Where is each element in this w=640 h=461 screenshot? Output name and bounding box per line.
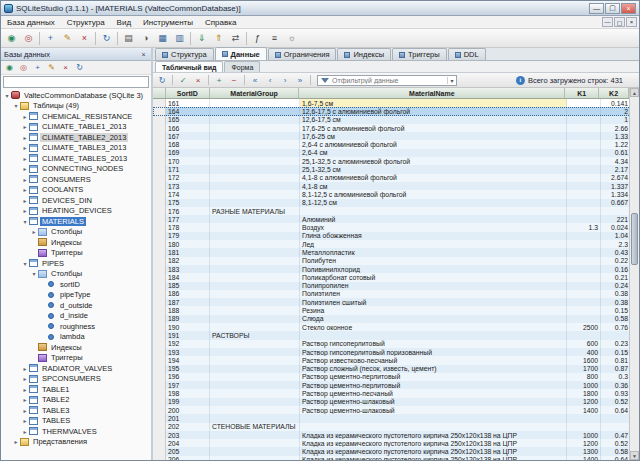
cell-k2[interactable]: 2.3 xyxy=(601,240,631,248)
cell-k1[interactable]: 1000 xyxy=(567,381,601,389)
cell-k1[interactable]: 1200 xyxy=(567,439,601,447)
cell-materialgroup[interactable] xyxy=(210,456,300,460)
cell-materialgroup[interactable] xyxy=(210,124,300,132)
tree-remove-database-button[interactable]: × xyxy=(59,62,72,74)
cell-sortid[interactable]: 178 xyxy=(166,223,210,231)
cell-sortid[interactable]: 205 xyxy=(166,447,210,455)
cell-sortid[interactable]: 196 xyxy=(166,373,210,381)
cell-sortid[interactable]: 169 xyxy=(166,149,210,157)
cell-k2[interactable] xyxy=(601,207,631,215)
tree-item-pipes-col-sortid[interactable]: sortID xyxy=(1,279,151,290)
row-handle-cell[interactable] xyxy=(153,207,166,215)
column-header-k1[interactable]: K1 xyxy=(565,88,599,98)
cell-materialname[interactable]: Глина обожженная xyxy=(300,232,567,240)
cell-materialname[interactable]: Слюда xyxy=(300,315,567,323)
row-handle-cell[interactable] xyxy=(153,406,166,414)
cell-materialgroup[interactable] xyxy=(210,406,300,414)
tree-expand-arrow[interactable]: ▸ xyxy=(21,134,29,141)
row-handle-cell[interactable] xyxy=(153,331,166,339)
cell-materialname[interactable]: Полиэтилен сшитый xyxy=(300,298,567,306)
tree-item-table-chemical-resistance[interactable]: ▸CHEMICAL_RESISTANCE xyxy=(1,111,151,122)
cell-materialname[interactable]: 8,1-12,5 с алюминиевой фольгой xyxy=(300,190,567,198)
tree-item-table-heating-devices[interactable]: ▸HEATING_DEVICES xyxy=(1,206,151,217)
tree-item-table-devices-din[interactable]: ▸DEVICES_DIN xyxy=(1,195,151,206)
cell-k2[interactable]: 0.87 xyxy=(601,365,631,373)
cell-materialgroup[interactable]: РАСТВОРЫ xyxy=(210,331,300,339)
mdi-close-button[interactable]: × xyxy=(626,17,637,27)
menu-help[interactable]: Справка xyxy=(199,16,242,28)
tree-filter-input[interactable] xyxy=(3,76,149,88)
cell-k2[interactable]: 0.15 xyxy=(601,348,631,356)
cell-sortid[interactable]: 173 xyxy=(166,182,210,190)
vertical-scrollbar[interactable]: ▲ ▼ xyxy=(629,88,639,460)
close-button[interactable]: × xyxy=(621,3,636,14)
row-handle-cell[interactable] xyxy=(153,199,166,207)
row-handle-cell[interactable] xyxy=(153,423,166,431)
tree-expand-arrow[interactable]: ▸ xyxy=(21,165,29,172)
cell-k2[interactable]: 1.337 xyxy=(601,182,631,190)
panel-close-icon[interactable]: × xyxy=(139,51,148,58)
row-handle-cell[interactable] xyxy=(153,373,166,381)
first-page-button[interactable]: « xyxy=(248,74,262,86)
tree-expand-arrow[interactable]: ▸ xyxy=(21,407,29,414)
cell-sortid[interactable]: 201 xyxy=(166,414,210,422)
open-sql-editor-button[interactable]: ▤ xyxy=(120,31,137,46)
cell-k1[interactable]: 1400 xyxy=(567,456,601,460)
cell-k2[interactable]: 0.93 xyxy=(601,389,631,397)
cell-sortid[interactable]: 164 xyxy=(166,107,210,115)
cell-materialname[interactable]: Раствор гипсоперлитовый xyxy=(300,340,567,348)
cell-k2[interactable]: 0.43 xyxy=(601,248,631,256)
menu-database[interactable]: База данных xyxy=(1,16,61,28)
row-handle-cell[interactable] xyxy=(153,315,166,323)
row-handle-cell[interactable] xyxy=(153,298,166,306)
cell-materialname[interactable] xyxy=(300,331,567,339)
cell-k1[interactable] xyxy=(567,423,601,431)
cell-materialname[interactable]: 25,1-32,5 см xyxy=(300,165,567,173)
menu-view[interactable]: Вид xyxy=(111,16,137,28)
cell-k2[interactable]: 0.141 xyxy=(601,99,631,107)
column-header-k2[interactable]: K2 xyxy=(599,88,629,98)
cell-materialgroup[interactable] xyxy=(210,323,300,331)
tree-add-database-button[interactable]: + xyxy=(31,62,44,74)
cell-sortid[interactable]: 191 xyxy=(166,331,210,339)
cell-k2[interactable]: 221 xyxy=(601,215,631,223)
commit-changes-button[interactable]: ✓ xyxy=(176,74,190,86)
cell-materialgroup[interactable] xyxy=(210,306,300,314)
cell-materialgroup[interactable] xyxy=(210,157,300,165)
cell-materialname[interactable]: Кладка из керамического пустотелого кирп… xyxy=(300,439,567,447)
cell-sortid[interactable]: 182 xyxy=(166,257,210,265)
cell-materialgroup[interactable] xyxy=(210,381,300,389)
cell-materialgroup[interactable] xyxy=(210,431,300,439)
cell-sortid[interactable]: 193 xyxy=(166,348,210,356)
tree-item-table-consumers[interactable]: ▸CONSUMERS xyxy=(1,174,151,185)
cell-materialname[interactable]: Раствор цементно-шлаковый xyxy=(300,406,567,414)
cell-materialgroup[interactable] xyxy=(210,182,300,190)
cell-k1[interactable] xyxy=(567,174,601,182)
remove-database-button[interactable]: × xyxy=(76,31,93,46)
tree-expand-arrow[interactable]: ▸ xyxy=(21,144,29,151)
tab-data[interactable]: Данные xyxy=(215,47,267,60)
cell-materialname[interactable]: 2,6-4 см xyxy=(300,149,567,157)
row-handle-cell[interactable] xyxy=(153,232,166,240)
cell-materialgroup[interactable] xyxy=(210,447,300,455)
row-handle-cell[interactable] xyxy=(153,99,166,107)
refresh-data-button[interactable]: ↻ xyxy=(155,74,169,86)
cell-k1[interactable]: 600 xyxy=(567,340,601,348)
tree-item-pipes-columns[interactable]: ▾Столбцы xyxy=(1,269,151,280)
cell-k2[interactable]: 0.36 xyxy=(601,381,631,389)
row-handle-cell[interactable] xyxy=(153,439,166,447)
cell-k2[interactable]: 4.34 xyxy=(601,157,631,165)
cell-materialname[interactable]: Полипропилен xyxy=(300,282,567,290)
cell-materialgroup[interactable] xyxy=(210,149,300,157)
cell-sortid[interactable]: 192 xyxy=(166,340,210,348)
cell-k1[interactable] xyxy=(567,132,601,140)
cell-k2[interactable]: 0.58 xyxy=(601,315,631,323)
cell-sortid[interactable]: 177 xyxy=(166,215,210,223)
row-handle-cell[interactable] xyxy=(153,140,166,148)
tree-item-pipes-col-roughness[interactable]: roughness xyxy=(1,321,151,332)
cell-sortid[interactable]: 197 xyxy=(166,381,210,389)
cell-k1[interactable]: 1000 xyxy=(567,431,601,439)
cell-materialgroup[interactable] xyxy=(210,414,300,422)
cell-materialname[interactable]: Воздух xyxy=(300,223,567,231)
cell-materialname[interactable]: Раствор цементно-перлитовый xyxy=(300,373,567,381)
